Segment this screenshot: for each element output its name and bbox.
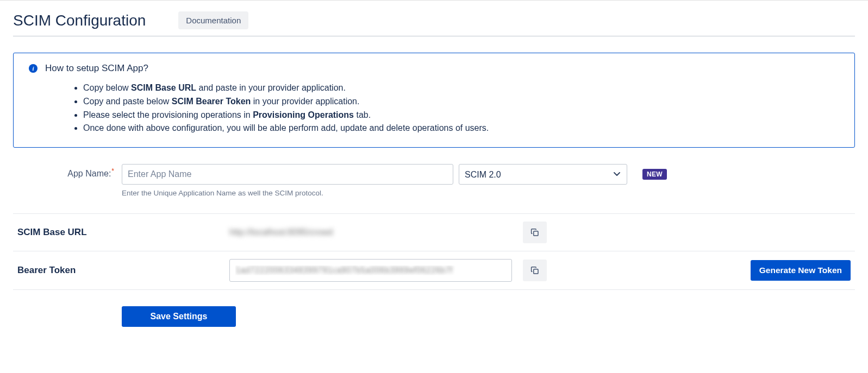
svg-rect-0 — [534, 231, 538, 236]
page-title: SCIM Configuration — [13, 12, 146, 29]
svg-rect-1 — [534, 269, 538, 274]
scim-protocol-select[interactable]: SCIM 2.0 — [459, 164, 627, 185]
info-step: Copy below SCIM Base URL and paste in yo… — [83, 81, 839, 95]
copy-icon — [530, 265, 540, 275]
info-icon: i — [29, 64, 38, 73]
bearer-token-label: Bearer Token — [13, 251, 225, 290]
save-settings-button[interactable]: Save Settings — [122, 306, 236, 327]
generate-new-token-button[interactable]: Generate New Token — [751, 260, 851, 281]
info-step: Copy and paste below SCIM Bearer Token i… — [83, 95, 839, 109]
scim-base-url-value: http://localhost:8095/crowd — [229, 227, 333, 237]
required-star-icon: * — [111, 167, 114, 175]
copy-icon — [530, 227, 540, 237]
copy-base-url-button[interactable] — [523, 222, 547, 243]
setup-info-panel: i How to setup SCIM App? Copy below SCIM… — [13, 53, 855, 148]
bearer-token-input[interactable] — [229, 259, 512, 282]
documentation-button[interactable]: Documentation — [178, 11, 248, 29]
new-badge: NEW — [642, 169, 667, 180]
app-name-input[interactable] — [122, 164, 453, 185]
info-steps-list: Copy below SCIM Base URL and paste in yo… — [29, 81, 839, 135]
app-name-help-text: Enter the Unique Application Name as wel… — [122, 189, 855, 197]
copy-bearer-token-button[interactable] — [523, 260, 547, 281]
info-step: Once done with above configuration, you … — [83, 122, 839, 135]
info-title: How to setup SCIM App? — [45, 63, 148, 74]
app-name-label: App Name: — [67, 169, 111, 179]
info-step: Please select the provisioning operation… — [83, 109, 839, 122]
scim-base-url-label: SCIM Base URL — [13, 214, 225, 251]
